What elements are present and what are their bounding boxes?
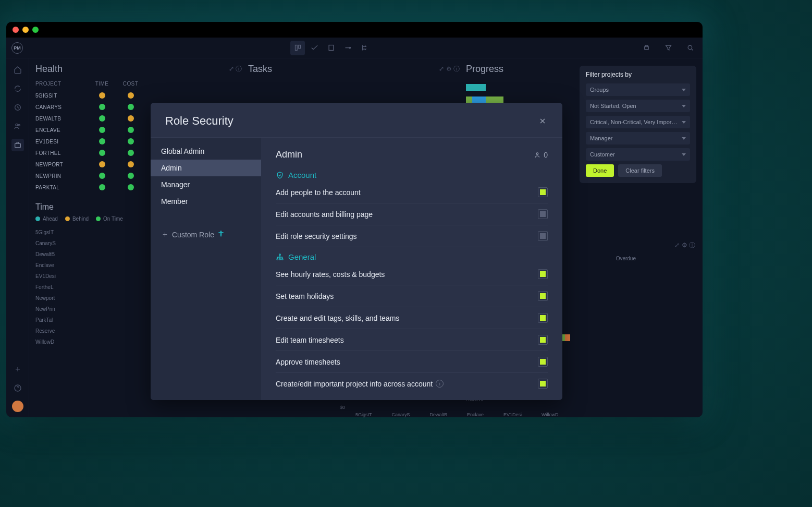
permission-checkbox[interactable]: [538, 357, 548, 367]
legend-dot: [35, 216, 40, 221]
permission-checkbox[interactable]: [538, 291, 548, 301]
tasks-x-label: CanaryS: [392, 412, 410, 417]
health-project-name: FORTHEL: [35, 150, 88, 156]
health-project-name: PARKTAL: [35, 185, 88, 190]
section-heading: General: [276, 252, 548, 261]
rail-help-icon[interactable]: [11, 382, 24, 394]
app-logo[interactable]: PM: [11, 42, 23, 54]
svg-point-8: [18, 124, 20, 126]
role-item[interactable]: Member: [151, 193, 261, 210]
health-header-row: PROJECT TIME COST: [33, 79, 242, 90]
gantt-bar: [466, 84, 486, 91]
progress-legend-overdue: Overdue: [616, 256, 636, 261]
permission-checkbox[interactable]: [538, 209, 548, 219]
time-project-name: NewPrin: [35, 306, 88, 312]
role-item[interactable]: Manager: [151, 176, 261, 193]
permission-row: Approve timesheets: [276, 351, 548, 373]
filter-select[interactable]: Manager: [586, 132, 690, 144]
custom-role-button[interactable]: ＋ Custom Role: [151, 225, 261, 244]
permission-row: See hourly rates, costs & budgets: [276, 263, 548, 285]
permission-row: Edit team timesheets: [276, 329, 548, 351]
health-cost-dot: [128, 127, 134, 133]
health-row[interactable]: 5GIGSIT: [33, 90, 242, 101]
health-time-dot: [99, 138, 105, 144]
view-icon-4[interactable]: [340, 41, 355, 55]
gantt-segment: [486, 96, 503, 103]
modal-user-count: 0: [534, 151, 548, 159]
window-close-dot[interactable]: [13, 27, 19, 33]
permission-checkbox[interactable]: [538, 187, 548, 197]
rail-clock-icon[interactable]: [11, 101, 24, 114]
time-project-name: FortheL: [35, 284, 88, 290]
health-time-dot: [99, 104, 105, 110]
filter-clear-button[interactable]: Clear filters: [618, 164, 662, 177]
health-project-name: ENCLAVE: [35, 127, 88, 133]
role-item[interactable]: Global Admin: [151, 143, 261, 160]
filter-panel: Filter projects by GroupsNot Started, Op…: [580, 66, 696, 183]
rail-refresh-icon[interactable]: [11, 82, 24, 95]
progress-panel-icons[interactable]: ⤢ ⚙ ⓘ: [674, 241, 695, 250]
permission-label: Create and edit tags, skills, and teams: [276, 314, 399, 322]
search-icon[interactable]: [683, 41, 697, 55]
permission-label: Edit team timesheets: [276, 336, 344, 344]
gantt-bar: [466, 96, 503, 103]
view-icon-1[interactable]: [290, 41, 305, 55]
filter-icon[interactable]: [661, 41, 675, 55]
permission-checkbox[interactable]: [538, 335, 548, 345]
modal-title: Role Security: [165, 114, 233, 128]
permission-checkbox[interactable]: [538, 313, 548, 323]
tasks-x-axis: 5GigsITCanarySDewaltBEnclaveEV1DesiWillo…: [246, 412, 460, 417]
health-project-name: NEWPORT: [35, 162, 88, 167]
legend-item: Behind: [65, 216, 89, 222]
tasks-x-label: 5GigsIT: [355, 412, 372, 417]
health-cost-dot: [128, 104, 134, 110]
time-project-name: Enclave: [35, 262, 88, 268]
view-icon-5[interactable]: [357, 41, 372, 55]
permission-checkbox[interactable]: [538, 379, 548, 389]
health-time-dot: [99, 150, 105, 156]
filter-heading: Filter projects by: [586, 71, 690, 78]
rail-people-icon[interactable]: [11, 120, 24, 132]
upgrade-icon: [217, 230, 225, 239]
info-icon[interactable]: i: [436, 380, 444, 388]
health-project-name: NEWPRIN: [35, 173, 88, 179]
health-panel-icons[interactable]: ⤢ ⓘ: [229, 65, 242, 74]
rail-home-icon[interactable]: [11, 64, 24, 76]
tasks-title: Tasks ⤢ ⚙ ⓘ: [248, 64, 460, 75]
health-project-name: CANARYS: [35, 104, 88, 110]
window-max-dot[interactable]: [32, 27, 39, 33]
permission-checkbox[interactable]: [538, 231, 548, 241]
view-icon-2[interactable]: [307, 41, 322, 55]
tasks-panel-icons[interactable]: ⤢ ⚙ ⓘ: [439, 65, 460, 74]
filter-done-button[interactable]: Done: [586, 164, 614, 177]
modal-main-header: Admin 0: [276, 149, 548, 160]
print-icon[interactable]: [639, 41, 654, 55]
svg-point-14: [279, 258, 281, 260]
modal-header: Role Security: [151, 103, 562, 137]
role-item[interactable]: Admin: [151, 160, 261, 176]
svg-rect-0: [295, 45, 297, 51]
health-col-time: TIME: [88, 81, 116, 87]
time-project-name: DewaltB: [35, 251, 88, 257]
health-cost-dot: [128, 115, 134, 122]
gantt-segment: [466, 84, 486, 91]
filter-select[interactable]: Critical, Non-Critical, Very Impor…: [586, 116, 690, 128]
filter-select[interactable]: Not Started, Open: [586, 100, 690, 112]
filter-select[interactable]: Groups: [586, 83, 690, 96]
rail-plus-icon[interactable]: [11, 363, 24, 376]
permission-label: Edit accounts and billing page: [276, 210, 373, 219]
permission-label: Edit role security settings: [276, 232, 357, 240]
view-icon-3[interactable]: [324, 41, 338, 55]
svg-point-7: [16, 124, 18, 126]
permission-checkbox[interactable]: [538, 269, 548, 279]
filter-select[interactable]: Customer: [586, 148, 690, 161]
permission-row: Create/edit important project info acros…: [276, 373, 548, 394]
modal-close-button[interactable]: [537, 116, 548, 126]
health-cost-dot: [128, 138, 134, 144]
window-min-dot[interactable]: [22, 27, 29, 33]
rail-briefcase-icon[interactable]: [11, 139, 24, 151]
user-avatar[interactable]: [12, 401, 23, 412]
permission-label: Add people to the account: [276, 188, 361, 197]
topbar-right: [639, 41, 697, 55]
time-project-name: ParkTal: [35, 317, 88, 323]
